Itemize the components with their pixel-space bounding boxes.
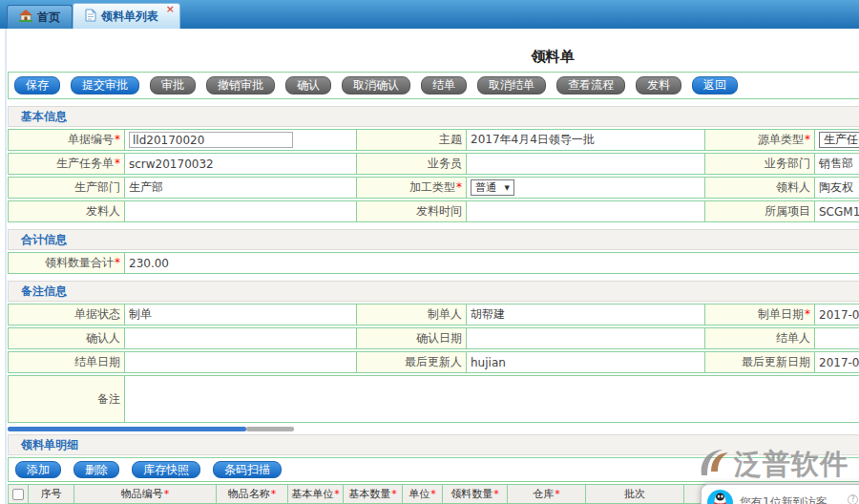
chevron-down-icon: ▼ — [505, 184, 510, 192]
confirmer-label: 确认人 — [9, 328, 124, 348]
section-total-info: 合计信息 — [8, 229, 859, 250]
revoke-approval-button[interactable]: 撤销审批 — [206, 76, 275, 94]
sales-dept-value: 销售部 — [814, 154, 859, 174]
horizontal-scrollbar — [8, 427, 299, 431]
last-updater-value: hujian — [466, 352, 704, 372]
settle-button[interactable]: 结单 — [421, 76, 467, 94]
salesman-label: 业务员 — [356, 154, 466, 174]
tab-requisition-list[interactable]: 领料单列表 × — [73, 3, 180, 29]
make-date-value: 2017-04-04 — [814, 304, 859, 325]
section-basic-info: 基本信息 — [8, 106, 859, 127]
issuer-value — [124, 201, 356, 221]
col-seq: 序号 — [28, 485, 73, 503]
popup-close-icon[interactable]: ? — [848, 494, 858, 504]
tab-requisition-list-label: 领料单列表 — [101, 9, 158, 25]
qq-chat-icon[interactable] — [707, 490, 733, 504]
form-row: 单据状态 制单 制单人 胡帮建 制单日期* 2017-04-04 — [8, 304, 859, 326]
document-icon — [85, 9, 96, 25]
form-row: 备注 — [8, 375, 859, 423]
col-base-qty: 基本数量* — [343, 485, 402, 503]
issue-time-value — [466, 201, 704, 221]
issuer-label: 发料人 — [9, 201, 124, 221]
doc-no-input[interactable] — [129, 132, 293, 148]
process-type-select[interactable]: 普通▼ — [471, 179, 514, 196]
qty-total-label: 领料数量合计* — [9, 253, 124, 273]
tab-home-label: 首页 — [37, 10, 60, 26]
source-type-select[interactable]: 生产任务单▼ — [819, 132, 859, 148]
process-type-label: 加工类型* — [356, 178, 466, 198]
project-value: SCGM18 — [814, 201, 859, 221]
issue-time-label: 发料时间 — [356, 201, 466, 221]
form-row: 单据编号* 主题 2017年4月4日领导一批 源单类型* 生产任务单▼ — [8, 129, 859, 151]
confirmer-value — [124, 328, 356, 348]
tab-close-icon[interactable]: × — [166, 4, 175, 15]
confirm-date-value — [466, 328, 704, 348]
maker-label: 制单人 — [356, 304, 466, 325]
col-batch: 批次 — [585, 485, 683, 503]
horizontal-scrollbar-thumb[interactable] — [8, 427, 246, 431]
cancel-settle-button[interactable]: 取消结单 — [477, 76, 546, 94]
project-label: 所属项目 — [704, 201, 814, 221]
select-all-checkbox[interactable] — [12, 489, 24, 500]
view-process-button[interactable]: 查看流程 — [556, 76, 625, 94]
sales-dept-label: 业务部门 — [704, 154, 814, 174]
cancel-confirm-button[interactable]: 取消确认 — [342, 76, 410, 94]
approve-button[interactable]: 审批 — [150, 76, 196, 94]
visitor-message: 您有1位新到访客 — [740, 494, 828, 504]
section-remark-info: 备注信息 — [8, 281, 859, 302]
close-date-value — [124, 352, 356, 372]
qty-total-value: 230.00 — [124, 253, 859, 273]
stock-snapshot-button[interactable]: 库存快照 — [132, 461, 200, 478]
picker-value: 陶友权 — [814, 178, 859, 198]
note-label: 备注 — [9, 376, 124, 422]
confirm-button[interactable]: 确认 — [285, 76, 331, 94]
prod-dept-value: 生产部 — [124, 178, 356, 198]
source-type-cell: 生产任务单▼ — [814, 130, 859, 150]
home-icon — [19, 10, 32, 25]
barcode-scan-button[interactable]: 条码扫描 — [213, 461, 282, 478]
horizontal-scrollbar-track — [246, 427, 294, 431]
process-type-cell: 普通▼ — [466, 178, 704, 198]
left-rule — [5, 29, 7, 504]
detail-toolbar: 添加 删除 库存快照 条码扫描 — [8, 457, 859, 482]
col-warehouse: 仓库* — [507, 485, 585, 503]
last-updater-label: 最后更新人 — [356, 352, 466, 372]
make-date-label: 制单日期* — [704, 304, 814, 325]
doc-no-label: 单据编号* — [9, 130, 124, 150]
delete-row-button[interactable]: 删除 — [73, 461, 119, 478]
confirm-date-label: 确认日期 — [356, 328, 466, 348]
issue-material-button[interactable]: 发料 — [636, 76, 681, 94]
select-all-cell — [9, 485, 28, 503]
col-qty: 领料数量* — [442, 485, 507, 503]
note-value[interactable] — [124, 376, 859, 422]
maker-value: 胡帮建 — [466, 304, 704, 325]
last-update-date-label: 最后更新日期 — [704, 352, 814, 372]
salesman-value — [466, 154, 704, 174]
toolbar: 保存 提交审批 审批 撤销审批 确认 取消确认 结单 取消结单 查看流程 发料 … — [8, 72, 859, 99]
subject-label: 主题 — [356, 130, 466, 150]
picker-label: 领料人 — [704, 178, 814, 198]
form-row: 发料人 发料时间 所属项目 SCGM18 — [8, 200, 859, 222]
col-base-unit: 基本单位* — [287, 485, 343, 503]
subject-value: 2017年4月4日领导一批 — [466, 130, 704, 150]
tab-home[interactable]: 首页 — [7, 5, 73, 29]
prod-dept-label: 生产部门 — [9, 178, 124, 198]
status-label: 单据状态 — [9, 304, 124, 325]
source-type-label: 源单类型* — [704, 130, 814, 150]
back-button[interactable]: 返回 — [692, 76, 738, 94]
col-item-name: 物品名称* — [216, 485, 287, 503]
task-no-value: scrw20170032 — [124, 154, 356, 174]
task-no-label: 生产任务单* — [9, 154, 124, 174]
col-item-no: 物品编号* — [73, 485, 216, 503]
closer-value — [814, 328, 859, 348]
visitor-popup[interactable]: 您有1位新到访客 ? — [701, 484, 859, 504]
form-row: 结单日期 最后更新人 hujian 最后更新日期 2017-04-04 — [8, 351, 859, 373]
col-unit: 单位* — [402, 485, 442, 503]
form-row: 生产任务单* scrw20170032 业务员 业务部门 销售部 — [8, 153, 859, 175]
close-date-label: 结单日期 — [9, 352, 124, 372]
form-container: 领料单 保存 提交审批 审批 撤销审批 确认 取消确认 结单 取消结单 查看流程… — [8, 48, 859, 504]
submit-approval-button[interactable]: 提交审批 — [71, 76, 139, 94]
save-button[interactable]: 保存 — [14, 76, 60, 94]
add-row-button[interactable]: 添加 — [15, 461, 61, 478]
section-detail: 领料单明细 — [8, 434, 859, 455]
